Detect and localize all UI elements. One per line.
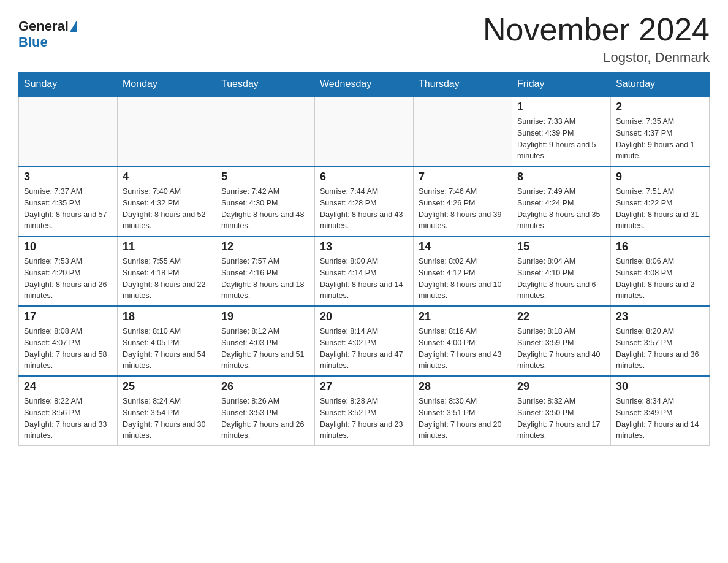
cell-content: 25Sunrise: 8:24 AMSunset: 3:54 PMDayligh… — [123, 380, 211, 442]
day-number: 6 — [320, 170, 408, 183]
header-monday: Monday — [118, 72, 216, 97]
day-number: 7 — [419, 170, 507, 183]
cell-content: 30Sunrise: 8:34 AMSunset: 3:49 PMDayligh… — [616, 380, 704, 442]
cell-content: 16Sunrise: 8:06 AMSunset: 4:08 PMDayligh… — [616, 240, 704, 302]
calendar-cell: 18Sunrise: 8:10 AMSunset: 4:05 PMDayligh… — [118, 306, 216, 376]
calendar-cell: 8Sunrise: 7:49 AMSunset: 4:24 PMDaylight… — [512, 166, 611, 236]
day-info: Sunrise: 7:44 AMSunset: 4:28 PMDaylight:… — [320, 186, 408, 232]
calendar-cell: 23Sunrise: 8:20 AMSunset: 3:57 PMDayligh… — [611, 306, 710, 376]
calendar-cell: 3Sunrise: 7:37 AMSunset: 4:35 PMDaylight… — [19, 166, 118, 236]
header-sunday: Sunday — [19, 72, 118, 97]
day-number: 5 — [221, 170, 309, 183]
logo: General Blue — [18, 18, 77, 50]
calendar-cell: 9Sunrise: 7:51 AMSunset: 4:22 PMDaylight… — [611, 166, 710, 236]
day-info: Sunrise: 7:40 AMSunset: 4:32 PMDaylight:… — [123, 186, 211, 232]
day-number: 17 — [24, 310, 112, 323]
day-number: 16 — [616, 240, 704, 253]
day-number: 1 — [517, 101, 605, 113]
calendar-cell: 17Sunrise: 8:08 AMSunset: 4:07 PMDayligh… — [19, 306, 118, 376]
calendar-cell: 6Sunrise: 7:44 AMSunset: 4:28 PMDaylight… — [315, 166, 414, 236]
calendar-cell: 20Sunrise: 8:14 AMSunset: 4:02 PMDayligh… — [315, 306, 414, 376]
calendar-cell: 11Sunrise: 7:55 AMSunset: 4:18 PMDayligh… — [118, 236, 216, 306]
calendar-cell: 7Sunrise: 7:46 AMSunset: 4:26 PMDaylight… — [414, 166, 512, 236]
cell-content: 28Sunrise: 8:30 AMSunset: 3:51 PMDayligh… — [419, 380, 507, 442]
logo-triangle-icon — [70, 20, 77, 32]
cell-content: 7Sunrise: 7:46 AMSunset: 4:26 PMDaylight… — [419, 170, 507, 232]
day-number: 23 — [616, 310, 704, 323]
calendar-cell: 25Sunrise: 8:24 AMSunset: 3:54 PMDayligh… — [118, 376, 216, 446]
day-info: Sunrise: 8:02 AMSunset: 4:12 PMDaylight:… — [419, 256, 507, 302]
day-number: 30 — [616, 380, 704, 393]
day-number: 8 — [517, 170, 605, 183]
cell-content: 18Sunrise: 8:10 AMSunset: 4:05 PMDayligh… — [123, 310, 211, 372]
cell-content: 9Sunrise: 7:51 AMSunset: 4:22 PMDaylight… — [616, 170, 704, 232]
calendar-cell: 12Sunrise: 7:57 AMSunset: 4:16 PMDayligh… — [216, 236, 315, 306]
day-info: Sunrise: 7:53 AMSunset: 4:20 PMDaylight:… — [24, 256, 112, 302]
header-friday: Friday — [512, 72, 611, 97]
cell-content: 14Sunrise: 8:02 AMSunset: 4:12 PMDayligh… — [419, 240, 507, 302]
day-info: Sunrise: 8:12 AMSunset: 4:03 PMDaylight:… — [221, 326, 309, 372]
calendar-cell: 4Sunrise: 7:40 AMSunset: 4:32 PMDaylight… — [118, 166, 216, 236]
cell-content: 2Sunrise: 7:35 AMSunset: 4:37 PMDaylight… — [616, 101, 704, 162]
cell-content: 5Sunrise: 7:42 AMSunset: 4:30 PMDaylight… — [221, 170, 309, 232]
day-number: 28 — [419, 380, 507, 393]
week-row-3: 10Sunrise: 7:53 AMSunset: 4:20 PMDayligh… — [19, 236, 710, 306]
cell-content: 21Sunrise: 8:16 AMSunset: 4:00 PMDayligh… — [419, 310, 507, 372]
calendar-cell: 21Sunrise: 8:16 AMSunset: 4:00 PMDayligh… — [414, 306, 512, 376]
calendar-cell: 15Sunrise: 8:04 AMSunset: 4:10 PMDayligh… — [512, 236, 611, 306]
logo-blue-text: Blue — [18, 34, 48, 50]
week-row-2: 3Sunrise: 7:37 AMSunset: 4:35 PMDaylight… — [19, 166, 710, 236]
header-saturday: Saturday — [611, 72, 710, 97]
location-title: Logstor, Denmark — [483, 50, 710, 66]
cell-content: 26Sunrise: 8:26 AMSunset: 3:53 PMDayligh… — [221, 380, 309, 442]
calendar-table: SundayMondayTuesdayWednesdayThursdayFrid… — [18, 72, 710, 446]
day-number: 12 — [221, 240, 309, 253]
cell-content: 8Sunrise: 7:49 AMSunset: 4:24 PMDaylight… — [517, 170, 605, 232]
cell-content: 6Sunrise: 7:44 AMSunset: 4:28 PMDaylight… — [320, 170, 408, 232]
day-info: Sunrise: 7:51 AMSunset: 4:22 PMDaylight:… — [616, 186, 704, 232]
cell-content: 15Sunrise: 8:04 AMSunset: 4:10 PMDayligh… — [517, 240, 605, 302]
day-info: Sunrise: 8:22 AMSunset: 3:56 PMDaylight:… — [24, 396, 112, 442]
day-info: Sunrise: 7:57 AMSunset: 4:16 PMDaylight:… — [221, 256, 309, 302]
day-number: 27 — [320, 380, 408, 393]
day-number: 21 — [419, 310, 507, 323]
day-number: 20 — [320, 310, 408, 323]
day-info: Sunrise: 7:42 AMSunset: 4:30 PMDaylight:… — [221, 186, 309, 232]
day-info: Sunrise: 8:04 AMSunset: 4:10 PMDaylight:… — [517, 256, 605, 302]
cell-content: 10Sunrise: 7:53 AMSunset: 4:20 PMDayligh… — [24, 240, 112, 302]
day-info: Sunrise: 8:14 AMSunset: 4:02 PMDaylight:… — [320, 326, 408, 372]
day-number: 24 — [24, 380, 112, 393]
day-number: 10 — [24, 240, 112, 253]
header-thursday: Thursday — [414, 72, 512, 97]
calendar-cell — [315, 96, 414, 166]
calendar-cell: 16Sunrise: 8:06 AMSunset: 4:08 PMDayligh… — [611, 236, 710, 306]
calendar-cell: 13Sunrise: 8:00 AMSunset: 4:14 PMDayligh… — [315, 236, 414, 306]
day-number: 13 — [320, 240, 408, 253]
day-info: Sunrise: 7:49 AMSunset: 4:24 PMDaylight:… — [517, 186, 605, 232]
day-number: 2 — [616, 101, 704, 113]
day-info: Sunrise: 7:55 AMSunset: 4:18 PMDaylight:… — [123, 256, 211, 302]
day-info: Sunrise: 8:30 AMSunset: 3:51 PMDaylight:… — [419, 396, 507, 442]
day-info: Sunrise: 8:32 AMSunset: 3:50 PMDaylight:… — [517, 396, 605, 442]
calendar-cell — [414, 96, 512, 166]
cell-content: 3Sunrise: 7:37 AMSunset: 4:35 PMDaylight… — [24, 170, 112, 232]
day-info: Sunrise: 8:18 AMSunset: 3:59 PMDaylight:… — [517, 326, 605, 372]
cell-content: 29Sunrise: 8:32 AMSunset: 3:50 PMDayligh… — [517, 380, 605, 442]
day-number: 22 — [517, 310, 605, 323]
calendar-cell: 19Sunrise: 8:12 AMSunset: 4:03 PMDayligh… — [216, 306, 315, 376]
day-number: 15 — [517, 240, 605, 253]
cell-content: 19Sunrise: 8:12 AMSunset: 4:03 PMDayligh… — [221, 310, 309, 372]
title-area: November 2024 Logstor, Denmark — [483, 12, 710, 66]
day-number: 25 — [123, 380, 211, 393]
day-info: Sunrise: 7:33 AMSunset: 4:39 PMDaylight:… — [517, 116, 605, 162]
week-row-4: 17Sunrise: 8:08 AMSunset: 4:07 PMDayligh… — [19, 306, 710, 376]
calendar-cell: 22Sunrise: 8:18 AMSunset: 3:59 PMDayligh… — [512, 306, 611, 376]
day-info: Sunrise: 7:35 AMSunset: 4:37 PMDaylight:… — [616, 116, 704, 162]
calendar-cell — [118, 96, 216, 166]
day-info: Sunrise: 8:16 AMSunset: 4:00 PMDaylight:… — [419, 326, 507, 372]
cell-content: 27Sunrise: 8:28 AMSunset: 3:52 PMDayligh… — [320, 380, 408, 442]
day-number: 19 — [221, 310, 309, 323]
day-info: Sunrise: 8:00 AMSunset: 4:14 PMDaylight:… — [320, 256, 408, 302]
day-info: Sunrise: 8:34 AMSunset: 3:49 PMDaylight:… — [616, 396, 704, 442]
day-number: 3 — [24, 170, 112, 183]
